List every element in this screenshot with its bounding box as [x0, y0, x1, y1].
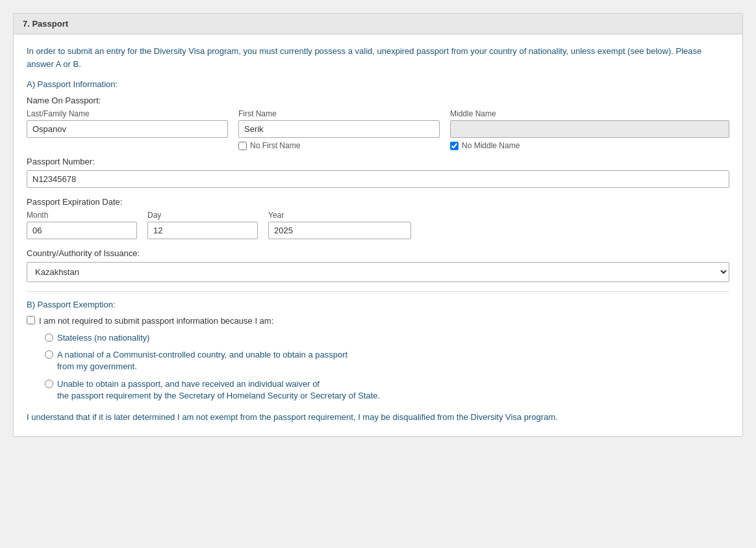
- radio-waiver-label: Unable to obtain a passport, and have re…: [57, 378, 380, 402]
- last-name-col: Last/Family Name: [27, 109, 228, 150]
- no-first-name-label: No First Name: [250, 141, 300, 150]
- exemption-main-row: I am not required to submit passport inf…: [27, 316, 729, 326]
- country-section: Country/Authority of Issuance: Kazakhsta…: [27, 248, 729, 282]
- radio-option-waiver: Unable to obtain a passport, and have re…: [45, 378, 729, 402]
- passport-section: 7. Passport In order to submit an entry …: [13, 13, 743, 437]
- radio-stateless-label: Stateless (no nationality): [57, 332, 149, 344]
- middle-name-label: Middle Name: [450, 109, 729, 118]
- first-name-col: First Name No First Name: [238, 109, 440, 150]
- exemption-main-checkbox[interactable]: [27, 316, 35, 324]
- middle-name-input[interactable]: [450, 120, 729, 138]
- expiration-date-section: Passport Expiration Date: Month Day Year: [27, 197, 729, 239]
- day-label: Day: [147, 211, 258, 220]
- intro-text: In order to submit an entry for the Dive…: [27, 45, 729, 70]
- first-name-label: First Name: [238, 109, 440, 118]
- radio-waiver[interactable]: [45, 380, 53, 388]
- divider: [27, 291, 729, 292]
- day-input[interactable]: [147, 222, 258, 239]
- section-b-label: B) Passport Exemption:: [27, 300, 729, 309]
- section-a-label: A) Passport Information:: [27, 79, 729, 89]
- day-col: Day: [147, 211, 258, 239]
- no-middle-name-label: No Middle Name: [462, 141, 520, 150]
- middle-name-col: Middle Name No Middle Name: [450, 109, 729, 150]
- radio-communist-label: A national of a Communist-controlled cou…: [57, 349, 347, 372]
- year-label: Year: [268, 211, 411, 220]
- section-header: 7. Passport: [14, 14, 742, 34]
- year-input[interactable]: [268, 222, 411, 239]
- name-row: Last/Family Name First Name No First Nam…: [27, 109, 729, 150]
- radio-communist[interactable]: [45, 350, 53, 359]
- footer-note: I understand that if it is later determi…: [27, 411, 729, 424]
- first-name-input[interactable]: [238, 120, 440, 138]
- card-body: In order to submit an entry for the Dive…: [14, 34, 742, 436]
- radio-options: Stateless (no nationality) A national of…: [45, 332, 729, 402]
- passport-number-section: Passport Number:: [27, 157, 729, 188]
- radio-option-communist: A national of a Communist-controlled cou…: [45, 349, 729, 372]
- country-select[interactable]: Kazakhstan United States Russia China Ot…: [27, 262, 729, 282]
- exemption-main-label: I am not required to submit passport inf…: [39, 316, 273, 326]
- last-name-label: Last/Family Name: [27, 109, 228, 118]
- passport-number-input[interactable]: [27, 170, 729, 188]
- last-name-input[interactable]: [27, 120, 228, 138]
- no-first-name-row: No First Name: [238, 141, 440, 150]
- no-middle-name-row: No Middle Name: [450, 141, 729, 150]
- name-on-passport-wrapper: Name On Passport: Last/Family Name First…: [27, 96, 729, 150]
- expiry-row: Month Day Year: [27, 211, 729, 239]
- expiration-date-label: Passport Expiration Date:: [27, 197, 729, 207]
- no-middle-name-checkbox[interactable]: [450, 142, 459, 150]
- passport-number-label: Passport Number:: [27, 157, 729, 166]
- year-col: Year: [268, 211, 411, 239]
- month-input[interactable]: [27, 222, 137, 239]
- radio-option-stateless: Stateless (no nationality): [45, 332, 729, 344]
- month-col: Month: [27, 211, 137, 239]
- name-on-passport-label: Name On Passport:: [27, 96, 729, 105]
- country-label: Country/Authority of Issuance:: [27, 248, 729, 258]
- no-first-name-checkbox[interactable]: [238, 142, 247, 150]
- radio-stateless[interactable]: [45, 333, 53, 342]
- section-title: 7. Passport: [23, 19, 68, 29]
- month-label: Month: [27, 211, 137, 220]
